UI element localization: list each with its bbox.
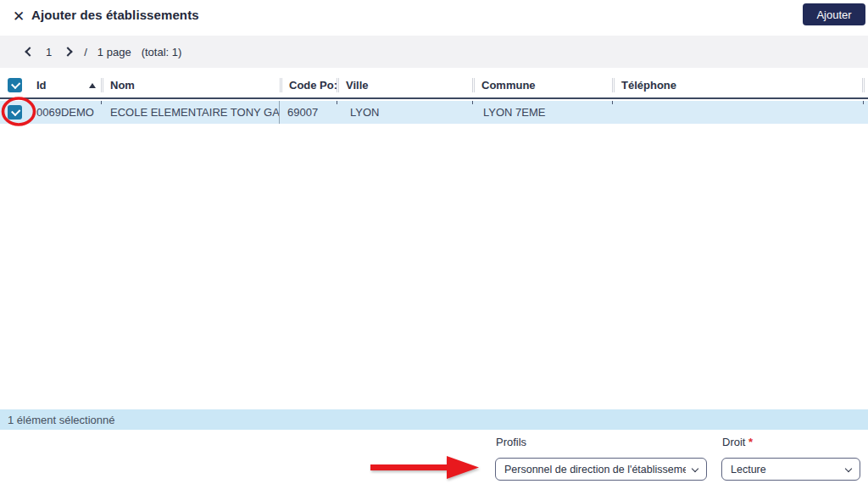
column-resize-handle[interactable] [280, 78, 282, 92]
column-resize-handle[interactable] [101, 78, 103, 92]
column-header-commune[interactable]: Commune [472, 73, 612, 97]
selection-count-text: 1 élément sélectionné [8, 414, 114, 426]
page-count-label: 1 page [97, 46, 131, 58]
column-header-ville[interactable]: Ville [337, 73, 472, 97]
profils-label: Profils [496, 436, 526, 448]
previous-page-icon[interactable] [24, 45, 36, 58]
row-select-cell [0, 101, 30, 124]
chevron-down-icon [692, 464, 698, 471]
column-resize-handle[interactable] [472, 78, 475, 92]
chevron-down-icon [845, 464, 852, 471]
header-select-all-cell [0, 73, 30, 97]
column-label: Ville [346, 79, 369, 92]
column-gridline [337, 101, 337, 104]
cell-id: 0069DEMO [30, 101, 101, 124]
droit-selected-value: Lecture [731, 464, 839, 476]
toolbar: 1 / 1 page (total: 1) [0, 36, 868, 68]
cell-ville: LYON [337, 101, 472, 124]
column-label: Id [36, 79, 47, 92]
next-page-icon[interactable] [62, 45, 74, 58]
title-bar: ✕ Ajouter des établissements Ajouter [0, 0, 868, 36]
column-gridline [101, 101, 102, 104]
pagination: 1 / 1 page (total: 1) [24, 36, 181, 68]
droit-select[interactable]: Lecture [721, 458, 860, 481]
profils-select[interactable]: Personnel de direction de l'établissemen… [495, 458, 707, 481]
selected-row-checkbox[interactable] [8, 105, 22, 120]
cell-nom: ECOLE ELEMENTAIRE TONY GAR [101, 101, 280, 124]
close-icon[interactable]: ✕ [9, 7, 28, 25]
cell-code-postal: 69007 [280, 101, 337, 124]
column-header-nom[interactable]: Nom [101, 73, 280, 97]
page-separator: / [84, 46, 87, 58]
total-label: (total: 1) [142, 46, 182, 58]
add-button[interactable]: Ajouter [803, 3, 865, 25]
column-header-id[interactable]: Id [30, 73, 101, 97]
required-asterisk: * [748, 436, 753, 448]
column-label: Code Po: [289, 79, 337, 92]
column-gridline [863, 101, 864, 104]
column-header-telephone[interactable]: Téléphone [612, 73, 868, 97]
column-label: Téléphone [621, 79, 676, 92]
column-label: Nom [110, 79, 135, 92]
cell-commune: LYON 7EME [472, 101, 612, 124]
droit-label: Droit * [722, 436, 753, 448]
cell-telephone [612, 101, 868, 124]
column-gridline [472, 101, 473, 104]
current-page: 1 [46, 46, 52, 58]
profils-selected-value: Personnel de direction de l'établissemen… [504, 464, 686, 476]
column-resize-handle[interactable] [337, 78, 339, 92]
select-all-checkbox[interactable] [8, 78, 22, 92]
column-label: Commune [481, 79, 536, 92]
column-gridline [612, 101, 613, 104]
sort-ascending-icon [89, 83, 96, 88]
droit-label-text: Droit [722, 436, 745, 448]
table-row[interactable]: 0069DEMO ECOLE ELEMENTAIRE TONY GAR 6900… [0, 101, 868, 124]
selection-status-bar: 1 élément sélectionné [0, 409, 868, 430]
page-title: Ajouter des établissements [31, 8, 199, 22]
column-resize-handle[interactable] [612, 78, 615, 92]
column-header-code-postal[interactable]: Code Po: [280, 73, 337, 97]
annotation-arrow [364, 453, 487, 481]
add-establishments-dialog: ✕ Ajouter des établissements Ajouter 1 /… [0, 0, 868, 495]
table-header: Id Nom Code Po: Ville Commune Téléphone [0, 73, 868, 99]
column-resize-handle[interactable] [862, 78, 865, 92]
